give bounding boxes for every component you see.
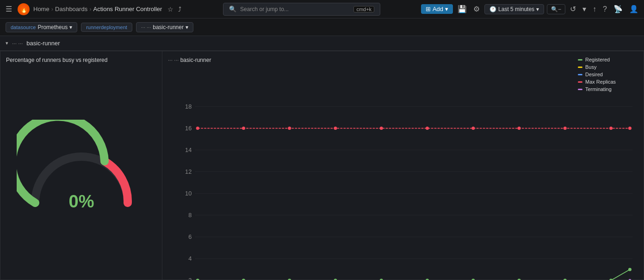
svg-text:2: 2: [188, 277, 192, 280]
save-dashboard-button[interactable]: 💾: [456, 3, 469, 15]
time-range-label: Last 5 minutes: [498, 6, 534, 12]
max-replicas-color-dot: [578, 81, 582, 83]
terminating-color-dot: [578, 89, 582, 90]
datasource-filter[interactable]: datasource Prometheus ▾: [6, 22, 77, 32]
legend-max-replicas-label: Max Replicas: [585, 79, 616, 85]
svg-point-23: [288, 127, 291, 130]
chart-area: 18 16 14 12 10 8 6 4 2 0: [168, 96, 638, 280]
runner-chevron-icon: ▾: [186, 24, 188, 30]
svg-text:16: 16: [185, 125, 192, 132]
settings-button[interactable]: ⚙: [471, 3, 482, 15]
section-header: ▾ ··· ··· basic-runner: [0, 36, 644, 51]
datasource-filter-label: datasource: [11, 24, 36, 30]
zoom-out-button[interactable]: 🔍−: [547, 4, 565, 14]
svg-text:8: 8: [188, 212, 192, 219]
chart-panel: ··· ··· basic-runner Registered Busy Des…: [162, 51, 644, 280]
svg-point-30: [609, 127, 613, 130]
legend-max-replicas: Max Replicas: [578, 79, 638, 85]
chart-title-text: basic-runner: [180, 57, 211, 63]
svg-text:18: 18: [185, 103, 192, 110]
breadcrumb-dashboards[interactable]: Dashboards: [55, 6, 87, 12]
svg-point-28: [518, 127, 521, 130]
runnerdeployment-filter[interactable]: runnerdeployment: [81, 23, 132, 32]
legend-desired: Desired: [578, 72, 638, 77]
add-icon: ⊞: [426, 6, 431, 12]
breadcrumb-current: Actions Runner Controller: [93, 6, 162, 12]
legend-terminating-label: Terminating: [585, 86, 612, 92]
runnerdeployment-filter-label: runnerdeployment: [86, 24, 127, 30]
svg-point-22: [242, 127, 245, 130]
clock-icon: 🕐: [489, 6, 496, 12]
svg-text:0%: 0%: [68, 192, 94, 211]
panels-area: Percentage of runners busy vs registered…: [0, 51, 644, 280]
registered-color-dot: [578, 59, 582, 61]
section-prefix: ··· ···: [12, 40, 23, 47]
search-shortcut: cmd+k: [353, 6, 374, 12]
busy-color-dot: [578, 67, 582, 68]
grafana-logo: 🔥: [18, 3, 30, 15]
time-range-chevron-icon: ▾: [536, 6, 539, 12]
datasource-chevron-icon: ▾: [69, 24, 72, 30]
search-input[interactable]: 🔍 Search or jump to... cmd+k: [223, 3, 380, 16]
legend-registered: Registered: [578, 57, 638, 62]
gauge-svg: 0%: [17, 120, 146, 221]
time-range-button[interactable]: 🕐 Last 5 minutes ▾: [484, 4, 544, 14]
svg-point-21: [196, 127, 199, 130]
datasource-filter-value: Prometheus: [37, 24, 68, 30]
refresh-interval-button[interactable]: ▾: [581, 3, 588, 15]
user-avatar[interactable]: 👤: [627, 3, 640, 15]
add-label: Add: [433, 6, 443, 12]
section-title: basic-runner: [26, 40, 60, 47]
share-icon[interactable]: ⤴: [177, 5, 182, 14]
refresh-button[interactable]: ↺: [568, 3, 578, 15]
gauge-container: 0%: [6, 67, 156, 274]
add-button[interactable]: ⊞ Add ▾: [421, 4, 453, 14]
chart-legend: Registered Busy Desired Max Replicas Ter…: [578, 57, 638, 92]
svg-text:4: 4: [188, 255, 192, 262]
chart-svg: 18 16 14 12 10 8 6 4 2 0: [168, 96, 638, 280]
menu-toggle-button[interactable]: ☰: [4, 3, 14, 15]
search-icon: 🔍: [229, 6, 236, 12]
filter-bar: datasource Prometheus ▾ runnerdeployment…: [0, 18, 644, 36]
svg-text:14: 14: [185, 146, 192, 153]
svg-point-26: [426, 127, 429, 130]
svg-text:12: 12: [185, 168, 192, 175]
svg-text:10: 10: [185, 190, 192, 197]
legend-desired-label: Desired: [585, 72, 603, 77]
breadcrumb: Home › Dashboards › Actions Runner Contr…: [33, 5, 182, 14]
legend-registered-label: Registered: [585, 57, 610, 62]
collapse-button[interactable]: ↑: [591, 3, 598, 15]
svg-point-27: [471, 127, 475, 130]
notifications-button[interactable]: 📡: [612, 3, 625, 15]
star-icon[interactable]: ☆: [167, 5, 174, 14]
chart-header: ··· ··· basic-runner Registered Busy Des…: [168, 57, 638, 92]
search-placeholder: Search or jump to...: [240, 6, 350, 12]
add-chevron-icon: ▾: [445, 6, 448, 12]
desired-color-dot: [578, 74, 582, 75]
gauge-panel-title: Percentage of runners busy vs registered: [6, 57, 156, 63]
legend-busy-label: Busy: [585, 64, 596, 70]
svg-text:6: 6: [188, 233, 192, 240]
svg-point-29: [564, 127, 567, 130]
gauge-panel: Percentage of runners busy vs registered…: [0, 51, 162, 280]
topnav-right: ⊞ Add ▾ 💾 ⚙ 🕐 Last 5 minutes ▾ 🔍− ↺ ▾ ↑ …: [421, 3, 640, 15]
search-bar: 🔍 Search or jump to... cmd+k: [186, 3, 417, 16]
chart-title: ··· ··· basic-runner: [168, 57, 211, 63]
runner-filter[interactable]: ··· ··· basic-runner ▾: [136, 22, 193, 32]
legend-terminating: Terminating: [578, 86, 638, 92]
help-button[interactable]: ?: [601, 3, 609, 15]
runner-filter-value: basic-runner: [153, 24, 184, 30]
svg-point-24: [334, 127, 337, 130]
svg-point-25: [380, 127, 383, 130]
section-collapse-icon[interactable]: ▾: [6, 40, 8, 46]
svg-point-42: [628, 268, 632, 271]
top-navigation: ☰ 🔥 Home › Dashboards › Actions Runner C…: [0, 0, 644, 18]
legend-busy: Busy: [578, 64, 638, 70]
breadcrumb-home[interactable]: Home: [33, 6, 50, 12]
svg-point-31: [628, 127, 632, 130]
